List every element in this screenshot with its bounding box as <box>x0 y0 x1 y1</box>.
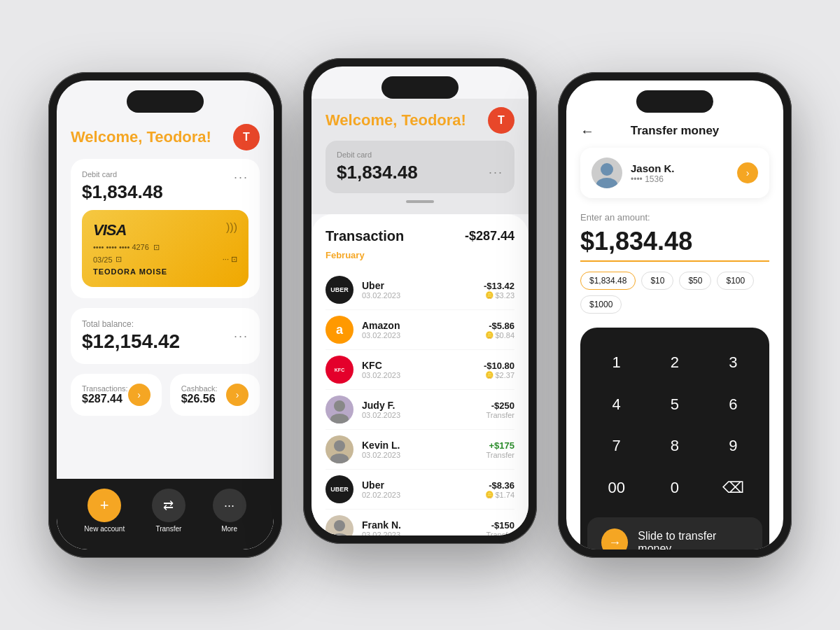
recipient-arrow[interactable]: › <box>737 162 758 183</box>
quick-btn-1000[interactable]: $1000 <box>580 295 622 314</box>
phone-1: Welcome, Teodora! T Debit card $1,834.48… <box>48 72 282 558</box>
back-button[interactable]: ← <box>580 123 594 139</box>
trans-header: Transaction -$287.44 <box>326 228 514 244</box>
key-5[interactable]: 5 <box>654 389 696 420</box>
cashback-widget[interactable]: Cashback: $26.56 › <box>170 374 260 416</box>
card-holder-name: TEODORA MOISE <box>93 267 237 276</box>
trans-date-kfc: 03.02.2023 <box>362 371 484 379</box>
trans-date-frank: 03.02.2023 <box>362 531 486 536</box>
trans-date: 03.02.2023 <box>362 291 484 300</box>
trans-item-kevin[interactable]: Kevin L. 03.02.2023 +$175 Transfer <box>326 430 514 470</box>
nav-new-account-label: New account <box>84 525 125 533</box>
phone-2: Welcome, Teodora! T Debit card $1,834.48… <box>303 58 537 544</box>
key-6[interactable]: 6 <box>712 389 754 420</box>
balance-label: Total balance: <box>82 319 180 329</box>
stats-row: Transactions: $287.44 › Cashback: $26.56… <box>71 374 260 416</box>
key-8[interactable]: 8 <box>654 430 696 461</box>
welcome-text: Welcome, <box>71 128 146 146</box>
trans-month: February <box>326 250 514 260</box>
visa-logo: VISA <box>93 221 126 239</box>
svg-point-6 <box>601 163 613 176</box>
nav-transfer[interactable]: ⇄ Transfer <box>152 489 186 533</box>
trans-amount-uber2: -$8.36 <box>485 480 514 491</box>
key-3[interactable]: 3 <box>712 347 754 378</box>
trans-type-kevin: Transfer <box>486 451 514 459</box>
quick-btn-100[interactable]: $100 <box>717 272 754 290</box>
dynamic-island-3 <box>636 90 713 113</box>
user-name: Teodora! <box>146 128 211 146</box>
avatar[interactable]: T <box>233 124 260 150</box>
trans-fee-uber2: 🪙$1.74 <box>485 491 514 499</box>
quick-amounts: $1,834.48 $10 $50 $100 $1000 <box>580 272 769 314</box>
recipient-account: •••• 1536 <box>631 174 737 184</box>
trans-date-judy: 03.02.2023 <box>362 411 486 419</box>
nav-more[interactable]: ··· More <box>213 489 246 533</box>
key-2[interactable]: 2 <box>654 347 696 378</box>
trans-total: -$287.44 <box>465 229 514 244</box>
phone-3: ← Transfer money Jason K. •••• 1536 › En… <box>558 72 792 558</box>
cashback-arrow[interactable]: › <box>226 384 248 406</box>
transactions-widget[interactable]: Transactions: $287.44 › <box>71 374 162 416</box>
frank-avatar <box>326 515 354 536</box>
trans-name-uber2: Uber <box>362 479 485 491</box>
trans-item-uber2[interactable]: UBER Uber 02.02.2023 -$8.36 🪙$1.74 <box>326 470 514 510</box>
card-cvv: ··· ⊡ <box>223 255 237 264</box>
plus-icon[interactable]: + <box>88 489 121 522</box>
p1-header: Welcome, Teodora! T <box>71 113 260 159</box>
trans-item-judy[interactable]: Judy F. 03.02.2023 -$250 Transfer <box>326 390 514 430</box>
balance-menu-dots[interactable]: ··· <box>234 329 248 344</box>
nav-more-label: More <box>221 525 237 533</box>
trans-amount: -$13.42 <box>484 281 514 291</box>
svg-point-3 <box>330 454 349 463</box>
key-9[interactable]: 9 <box>712 430 754 461</box>
key-7[interactable]: 7 <box>596 430 638 461</box>
transactions-panel: Transaction -$287.44 February UBER Uber … <box>312 214 528 536</box>
transfer-icon[interactable]: ⇄ <box>152 489 186 522</box>
key-backspace[interactable]: ⌫ <box>712 472 754 503</box>
trans-amount-kevin: +$175 <box>486 440 514 451</box>
balance-widget: Total balance: $12,154.42 ··· <box>71 308 260 364</box>
amount-display: $1,834.48 <box>580 227 769 262</box>
recipient-card[interactable]: Jason K. •••• 1536 › <box>580 148 769 198</box>
slide-arrow-icon: → <box>601 528 628 550</box>
p2-welcome: Welcome, Teodora! <box>326 111 466 130</box>
p2-top: Welcome, Teodora! T Debit card $1,834.48… <box>312 99 528 214</box>
quick-btn-full[interactable]: $1,834.48 <box>580 272 636 290</box>
trans-item-amazon[interactable]: a Amazon 03.02.2023 -$5.86 🪙$0.84 <box>326 310 514 350</box>
recipient-avatar <box>592 158 622 188</box>
trans-amount-judy: -$250 <box>486 400 514 411</box>
nfc-icon: ))) <box>226 221 237 234</box>
more-icon[interactable]: ··· <box>213 489 246 522</box>
key-4[interactable]: 4 <box>596 389 638 420</box>
slide-label: Slide to transfer money <box>638 530 748 550</box>
debit-card-widget: Debit card $1,834.48 ··· VISA ))) •••• •… <box>71 159 260 298</box>
trans-name-amazon: Amazon <box>362 320 485 331</box>
p1-welcome: Welcome, Teodora! <box>71 128 211 146</box>
p2-card-dots[interactable]: ··· <box>489 165 503 180</box>
trans-amount-amazon: -$5.86 <box>485 321 514 331</box>
trans-item-kfc[interactable]: KFC KFC 03.02.2023 -$10.80 🪙$2.37 <box>326 350 514 390</box>
transaction-list: UBER Uber 03.02.2023 -$13.42 🪙$3.23 <box>326 270 514 536</box>
trans-item-frank[interactable]: Frank N. 03.02.2023 -$150 Transfer <box>326 510 514 536</box>
dynamic-island-1 <box>127 90 204 113</box>
trans-item-uber1[interactable]: UBER Uber 03.02.2023 -$13.42 🪙$3.23 <box>326 270 514 310</box>
quick-btn-50[interactable]: $50 <box>679 272 711 290</box>
key-0[interactable]: 0 <box>654 472 696 503</box>
trans-fee-amazon: 🪙$0.84 <box>485 331 514 340</box>
transactions-value: $287.44 <box>82 393 128 405</box>
svg-point-7 <box>596 178 617 188</box>
p3-title: Transfer money <box>631 124 720 138</box>
key-1[interactable]: 1 <box>596 347 638 378</box>
transactions-arrow[interactable]: › <box>128 384 150 406</box>
slide-to-transfer[interactable]: → Slide to transfer money <box>587 517 762 550</box>
trans-type-judy: Transfer <box>486 411 514 419</box>
key-00[interactable]: 00 <box>596 472 638 503</box>
svg-point-2 <box>334 440 345 451</box>
card-menu-dots[interactable]: ··· <box>234 170 248 185</box>
p2-avatar[interactable]: T <box>488 107 514 134</box>
quick-btn-10[interactable]: $10 <box>641 272 673 290</box>
nav-new-account[interactable]: + New account <box>84 489 125 533</box>
p2-header: Welcome, Teodora! T <box>326 99 514 141</box>
transactions-label: Transactions: <box>82 384 128 393</box>
kfc-icon: KFC <box>326 356 354 384</box>
